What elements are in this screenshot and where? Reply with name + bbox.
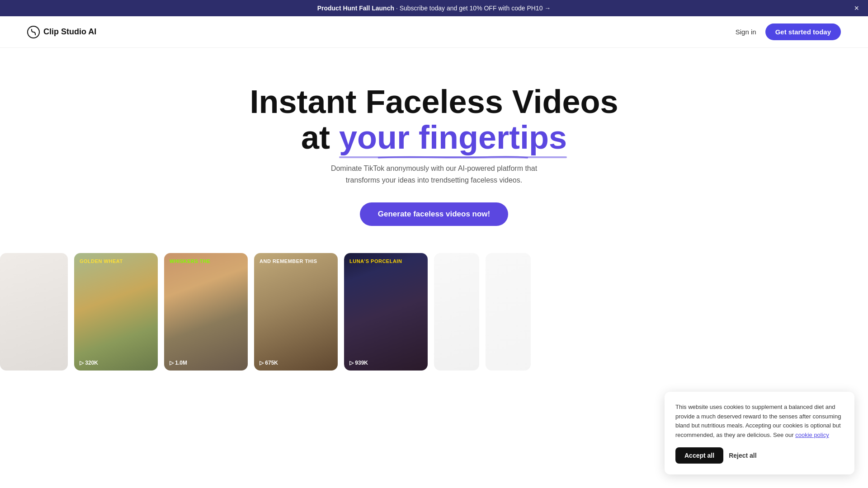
video-card-3[interactable]: WHISKERS THE▷ 1.0M bbox=[164, 253, 248, 371]
banner-close-button[interactable]: × bbox=[854, 4, 859, 12]
video-card-6[interactable] bbox=[434, 253, 479, 371]
navbar: Clip Studio AI Sign in Get started today bbox=[0, 16, 868, 48]
hero-title-accent: your fingertips bbox=[339, 120, 567, 155]
hero-title-prefix: at bbox=[301, 119, 339, 155]
hero-subtitle: Dominate TikTok anonymously with our AI-… bbox=[321, 163, 547, 186]
video-views-4: ▷ 675K bbox=[259, 360, 278, 366]
video-card-1[interactable] bbox=[0, 253, 68, 371]
logo-icon bbox=[27, 26, 40, 38]
hero-title: Instant Faceless Videos at your fingerti… bbox=[9, 84, 859, 155]
hero-section: Instant Faceless Videos at your fingerti… bbox=[0, 48, 868, 253]
video-card-4[interactable]: AND REMEMBER THIS▷ 675K bbox=[254, 253, 338, 371]
banner-bold: Product Hunt Fall Launch bbox=[317, 5, 394, 12]
video-label-5: LUNA'S PORCELAIN bbox=[349, 258, 402, 264]
banner-separator: · bbox=[396, 5, 398, 12]
accent-underline bbox=[339, 155, 567, 159]
video-label-4: AND REMEMBER THIS bbox=[259, 258, 317, 264]
video-card-5[interactable]: LUNA'S PORCELAIN▷ 939K bbox=[344, 253, 428, 371]
hero-title-line1: Instant Faceless Videos bbox=[250, 84, 618, 120]
video-card-2[interactable]: GOLDEN WHEAT▷ 320K bbox=[74, 253, 158, 371]
get-started-button[interactable]: Get started today bbox=[765, 23, 841, 40]
logo[interactable]: Clip Studio AI bbox=[27, 26, 96, 38]
video-label-3: WHISKERS THE bbox=[170, 258, 210, 264]
video-views-5: ▷ 939K bbox=[349, 360, 368, 366]
top-banner: Product Hunt Fall Launch · Subscribe tod… bbox=[0, 0, 868, 16]
video-strip: GOLDEN WHEAT▷ 320KWHISKERS THE▷ 1.0MAND … bbox=[0, 253, 868, 371]
logo-text: Clip Studio AI bbox=[43, 27, 96, 37]
banner-text: Product Hunt Fall Launch · Subscribe tod… bbox=[317, 5, 551, 12]
video-views-2: ▷ 320K bbox=[80, 360, 98, 366]
sign-in-button[interactable]: Sign in bbox=[736, 28, 756, 36]
video-label-2: GOLDEN WHEAT bbox=[80, 258, 123, 264]
video-views-3: ▷ 1.0M bbox=[170, 360, 187, 366]
nav-right: Sign in Get started today bbox=[736, 23, 841, 40]
banner-offer: Subscribe today and get 10% OFF with cod… bbox=[400, 5, 551, 12]
video-card-7[interactable] bbox=[486, 253, 531, 371]
hero-cta-button[interactable]: Generate faceless videos now! bbox=[360, 202, 509, 226]
